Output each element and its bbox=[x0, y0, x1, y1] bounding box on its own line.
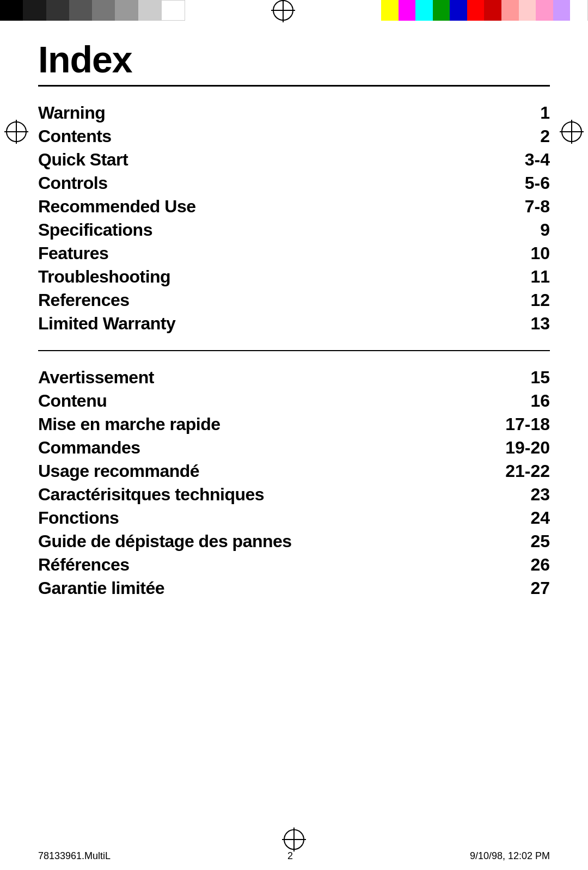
center-reg-mark bbox=[271, 0, 295, 22]
swatch-pink bbox=[536, 0, 553, 21]
page-title: Index bbox=[38, 38, 550, 81]
entry-guide-depistage: Guide de dépistage des pannes 25 bbox=[38, 531, 550, 552]
left-reg-mark bbox=[4, 120, 28, 146]
swatch-black bbox=[0, 0, 23, 21]
entry-fonctions: Fonctions 24 bbox=[38, 508, 550, 528]
swatch-cyan bbox=[415, 0, 433, 21]
swatch-white2 bbox=[570, 0, 588, 21]
entry-garantie-limitee: Garantie limitée 27 bbox=[38, 578, 550, 598]
entry-contenu: Contenu 16 bbox=[38, 391, 550, 411]
swatch-dark2 bbox=[46, 0, 69, 21]
footer-right: 9/10/98, 12:02 PM bbox=[470, 850, 550, 862]
swatch-gray4 bbox=[138, 0, 161, 21]
entry-caracterisitques: Caractérisitques techniques 23 bbox=[38, 485, 550, 505]
entry-avertissement: Avertissement 15 bbox=[38, 367, 550, 388]
swatch-white bbox=[161, 0, 185, 21]
french-index-section: Avertissement 15 Contenu 16 Mise en marc… bbox=[38, 367, 550, 598]
entry-recommended-use: Recommended Use 7-8 bbox=[38, 197, 550, 217]
entry-commandes: Commandes 19-20 bbox=[38, 438, 550, 458]
swatch-dark1 bbox=[23, 0, 46, 21]
swatch-lavender bbox=[553, 0, 571, 21]
entry-warning: Warning 1 bbox=[38, 103, 550, 123]
footer-center: 2 bbox=[287, 850, 293, 862]
swatch-dark-red bbox=[484, 0, 501, 21]
entry-quick-start: Quick Start 3-4 bbox=[38, 150, 550, 170]
swatch-gray3 bbox=[115, 0, 138, 21]
section-divider bbox=[38, 350, 550, 351]
title-rule bbox=[38, 85, 550, 87]
entry-references-fr: Références 26 bbox=[38, 555, 550, 575]
swatch-blue bbox=[450, 0, 467, 21]
right-reg-mark bbox=[560, 120, 584, 146]
footer-left: 78133961.MultiL bbox=[38, 850, 111, 862]
entry-features: Features 10 bbox=[38, 243, 550, 264]
swatch-red bbox=[467, 0, 485, 21]
entry-usage-recommande: Usage recommandé 21-22 bbox=[38, 461, 550, 481]
page-footer: 78133961.MultiL 2 9/10/98, 12:02 PM bbox=[38, 850, 550, 862]
color-bar bbox=[0, 0, 588, 21]
english-index-section: Warning 1 Contents 2 Quick Start 3-4 Con… bbox=[38, 103, 550, 334]
swatch-light-red bbox=[501, 0, 519, 21]
entry-mise-en-marche: Mise en marche rapide 17-18 bbox=[38, 414, 550, 434]
swatch-green bbox=[433, 0, 450, 21]
swatch-gray1 bbox=[69, 0, 92, 21]
swatch-magenta bbox=[399, 0, 416, 21]
entry-controls: Controls 5-6 bbox=[38, 173, 550, 193]
swatch-yellow bbox=[381, 0, 399, 21]
swatch-gray2 bbox=[92, 0, 115, 21]
entry-limited-warranty: Limited Warranty 13 bbox=[38, 314, 550, 334]
entry-troubleshooting: Troubleshooting 11 bbox=[38, 267, 550, 287]
swatch-pale-red bbox=[519, 0, 536, 21]
page-content: Index Warning 1 Contents 2 Quick Start 3… bbox=[38, 27, 550, 837]
entry-specifications: Specifications 9 bbox=[38, 220, 550, 240]
entry-references: References 12 bbox=[38, 290, 550, 310]
entry-contents: Contents 2 bbox=[38, 126, 550, 146]
